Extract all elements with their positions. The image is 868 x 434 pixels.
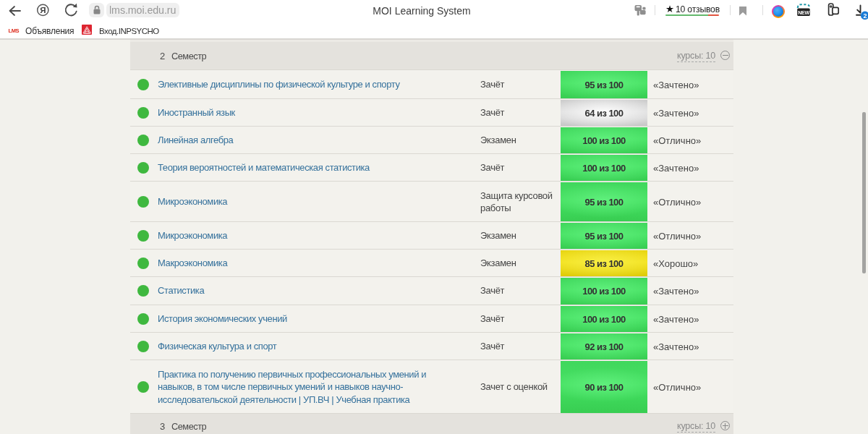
svg-text:Я: Я — [40, 6, 46, 14]
svg-text:2: 2 — [863, 12, 867, 20]
svg-text:NEW: NEW — [798, 10, 809, 15]
